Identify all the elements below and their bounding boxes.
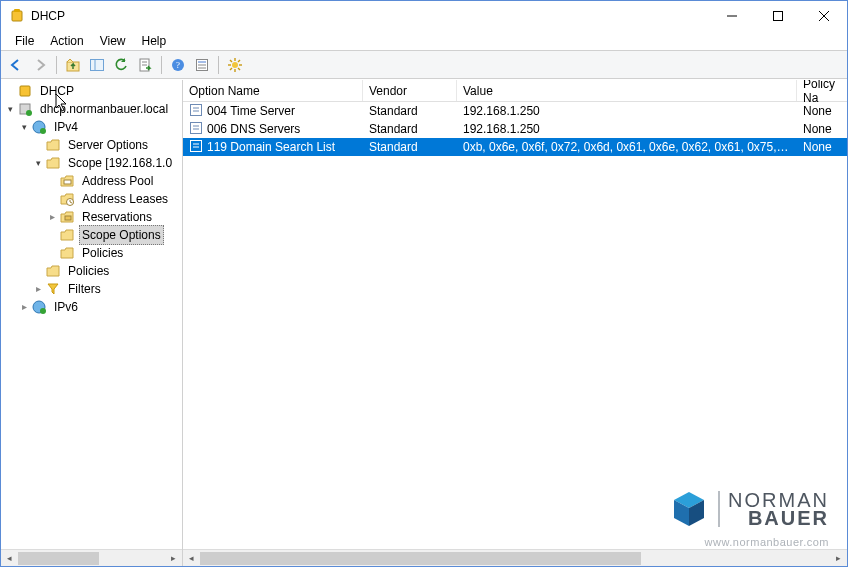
properties-button[interactable]	[191, 54, 213, 76]
tree-label: Reservations	[79, 207, 155, 227]
dhcp-mmc-window: DHCP File Action View Help ?	[0, 0, 848, 567]
dhcp-root-icon	[17, 83, 33, 99]
chevron-down-icon[interactable]: ▾	[31, 154, 45, 172]
column-header-option-name[interactable]: Option Name	[183, 80, 363, 101]
tree-pane: DHCP ▾ dhcp.normanbauer.local ▾ IPv4 Ser…	[1, 80, 183, 566]
option-icon	[189, 139, 203, 156]
brand-line2: BAUER	[748, 507, 829, 529]
svg-text:?: ?	[176, 60, 180, 70]
folder-icon	[45, 137, 61, 153]
tree-node-server[interactable]: ▾ dhcp.normanbauer.local	[3, 100, 182, 118]
tree-node-server-options[interactable]: Server Options	[3, 136, 182, 154]
up-button[interactable]	[62, 54, 84, 76]
tree-label: IPv4	[51, 117, 81, 137]
scroll-track[interactable]	[200, 550, 830, 567]
menu-help[interactable]: Help	[134, 32, 175, 50]
chevron-down-icon[interactable]: ▾	[3, 100, 17, 118]
close-button[interactable]	[801, 1, 847, 31]
chevron-down-icon[interactable]: ▾	[17, 118, 31, 136]
show-hide-console-tree-button[interactable]	[86, 54, 108, 76]
list-horizontal-scrollbar[interactable]: ◂ ▸	[183, 549, 847, 566]
menu-action[interactable]: Action	[42, 32, 91, 50]
cell-value: 0xb, 0x6e, 0x6f, 0x72, 0x6d, 0x61, 0x6e,…	[457, 140, 797, 154]
chevron-right-icon[interactable]: ▸	[17, 298, 31, 316]
svg-line-25	[238, 60, 240, 62]
toolbar-separator	[56, 56, 57, 74]
scroll-left-button[interactable]: ◂	[1, 550, 18, 567]
scope-options-icon	[59, 227, 75, 243]
refresh-button[interactable]	[110, 54, 132, 76]
column-header-policy-name[interactable]: Policy Na	[797, 80, 847, 101]
svg-point-38	[40, 308, 46, 314]
help-button[interactable]: ?	[167, 54, 189, 76]
tree-label: Policies	[65, 261, 112, 281]
cell-option-name: 004 Time Server	[207, 104, 295, 118]
tree-node-ipv4[interactable]: ▾ IPv4	[3, 118, 182, 136]
tree-node-policies[interactable]: Policies	[3, 262, 182, 280]
svg-rect-27	[20, 86, 30, 96]
column-header-value[interactable]: Value	[457, 80, 797, 101]
maximize-button[interactable]	[755, 1, 801, 31]
tree-node-address-leases[interactable]: Address Leases	[3, 190, 182, 208]
tree-node-filters[interactable]: ▸ Filters	[3, 280, 182, 298]
toolbar: ?	[1, 51, 847, 79]
address-pool-icon	[59, 173, 75, 189]
export-list-button[interactable]	[134, 54, 156, 76]
tree-label: Address Pool	[79, 171, 156, 191]
brand-text: NORMAN BAUER	[718, 491, 829, 527]
tree-node-dhcp[interactable]: DHCP	[3, 82, 182, 100]
column-header-vendor[interactable]: Vendor	[363, 80, 457, 101]
scroll-left-button[interactable]: ◂	[183, 550, 200, 567]
list-row[interactable]: 006 DNS ServersStandard192.168.1.250None	[183, 120, 847, 138]
cell-option-name: 119 Domain Search List	[207, 140, 335, 154]
scroll-right-button[interactable]: ▸	[165, 550, 182, 567]
forward-button[interactable]	[29, 54, 51, 76]
configure-options-button[interactable]	[224, 54, 246, 76]
tree-label: Scope Options	[79, 225, 164, 245]
tree-label: Address Leases	[79, 189, 171, 209]
svg-point-18	[232, 62, 238, 68]
tree-node-address-pool[interactable]: Address Pool	[3, 172, 182, 190]
server-icon	[17, 101, 33, 117]
tree-node-scope[interactable]: ▾ Scope [192.168.1.0	[3, 154, 182, 172]
filters-icon	[45, 281, 61, 297]
cell-policy: None	[797, 140, 847, 154]
svg-rect-39	[191, 104, 202, 115]
tree-node-reservations[interactable]: ▸ Reservations	[3, 208, 182, 226]
toolbar-separator	[218, 56, 219, 74]
tree-label: IPv6	[51, 297, 81, 317]
watermark: NORMAN BAUER www.normanbauer.com	[668, 488, 829, 548]
menu-file[interactable]: File	[7, 32, 42, 50]
cell-option-name: 006 DNS Servers	[207, 122, 300, 136]
policies-icon	[59, 245, 75, 261]
tree-node-scope-options[interactable]: Scope Options	[3, 226, 182, 244]
tree-label: Filters	[65, 279, 104, 299]
svg-rect-45	[191, 140, 202, 151]
minimize-button[interactable]	[709, 1, 755, 31]
tree-node-scope-policies[interactable]: Policies	[3, 244, 182, 262]
scroll-right-button[interactable]: ▸	[830, 550, 847, 567]
back-button[interactable]	[5, 54, 27, 76]
console-tree[interactable]: DHCP ▾ dhcp.normanbauer.local ▾ IPv4 Ser…	[1, 80, 182, 549]
tree-node-ipv6[interactable]: ▸ IPv6	[3, 298, 182, 316]
dhcp-app-icon	[9, 8, 25, 24]
list-row[interactable]: 119 Domain Search ListStandard0xb, 0x6e,…	[183, 138, 847, 156]
title-bar: DHCP	[1, 1, 847, 31]
chevron-right-icon[interactable]: ▸	[45, 208, 59, 226]
list-row[interactable]: 004 Time ServerStandard192.168.1.250None	[183, 102, 847, 120]
tree-horizontal-scrollbar[interactable]: ◂ ▸	[1, 549, 182, 566]
window-title: DHCP	[31, 9, 709, 23]
chevron-right-icon[interactable]: ▸	[31, 280, 45, 298]
svg-line-23	[230, 60, 232, 62]
menu-bar: File Action View Help	[1, 31, 847, 51]
scroll-track[interactable]	[18, 550, 165, 567]
svg-rect-1	[14, 9, 20, 12]
list-body[interactable]: 004 Time ServerStandard192.168.1.250None…	[183, 102, 847, 549]
cell-policy: None	[797, 104, 847, 118]
svg-rect-7	[91, 59, 104, 70]
menu-view[interactable]: View	[92, 32, 134, 50]
svg-rect-3	[774, 12, 783, 21]
ipv6-icon	[31, 299, 47, 315]
cell-vendor: Standard	[363, 140, 457, 154]
folder-icon	[45, 155, 61, 171]
